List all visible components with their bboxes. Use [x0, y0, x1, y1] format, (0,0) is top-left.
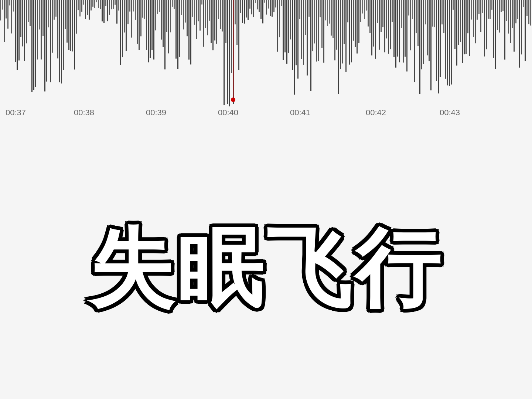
time-label: 00:39: [146, 108, 166, 117]
time-label: 00:37: [6, 108, 26, 117]
time-label: 00:41: [290, 108, 310, 117]
timeline-divider: [0, 122, 532, 122]
main-title: 失眠飞行: [89, 212, 443, 327]
text-overlay-area: 失眠飞行: [0, 140, 532, 399]
time-label: 00:43: [440, 108, 460, 117]
time-label: 00:42: [366, 108, 386, 117]
time-label: 00:40: [218, 108, 238, 117]
playhead[interactable]: [233, 0, 233, 100]
playhead-dot: [231, 98, 235, 102]
timeline: 00:3700:3800:3900:4000:4100:4200:43: [0, 103, 532, 122]
time-label: 00:38: [74, 108, 94, 117]
